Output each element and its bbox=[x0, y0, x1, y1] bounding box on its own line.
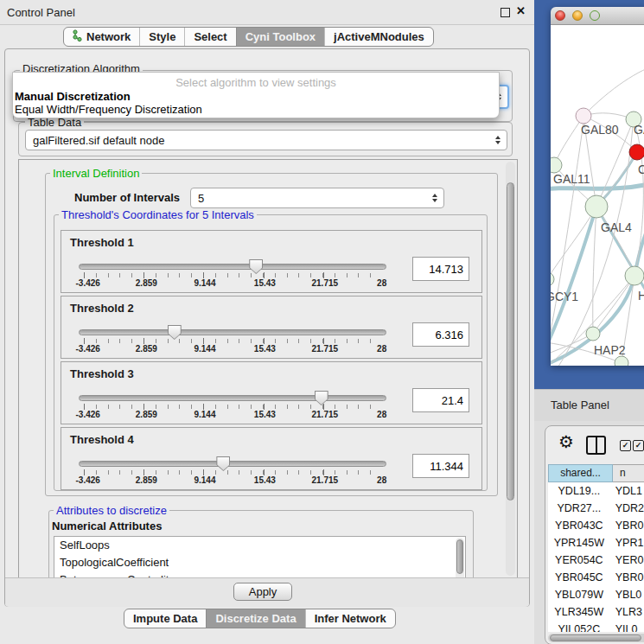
dropdown-placeholder-item[interactable]: Select algorithm to view settings bbox=[13, 76, 499, 89]
slider-tick-labels: -3.426 2.859 9.144 15.43 21.715 28 bbox=[79, 344, 386, 354]
tab-impute-data[interactable]: Impute Data bbox=[124, 609, 206, 628]
node-bottom[interactable] bbox=[615, 356, 628, 366]
tab-cyni-toolbox[interactable]: Cyni Toolbox bbox=[236, 28, 324, 46]
slider-tick-labels: -3.426 2.859 9.144 15.43 21.715 28 bbox=[79, 475, 386, 486]
table-horizontal-scrollbar[interactable] bbox=[548, 634, 644, 642]
table-row[interactable]: YDL19...YDL1 bbox=[548, 482, 644, 500]
zoom-traffic-light-icon[interactable] bbox=[590, 10, 600, 21]
algorithm-dropdown-popup: Select algorithm to view settings Manual… bbox=[12, 72, 500, 118]
slider-major-ticks bbox=[84, 272, 383, 278]
node-hap2[interactable] bbox=[586, 327, 600, 341]
threshold-2-value-field[interactable] bbox=[412, 322, 469, 347]
table-row[interactable]: YIL052CYIL0 bbox=[548, 621, 644, 632]
threshold-3-slider[interactable] bbox=[79, 395, 386, 401]
slider-major-ticks bbox=[84, 469, 383, 475]
label-gcy1: GCY1 bbox=[551, 290, 578, 303]
table-row[interactable]: YER054CYER0 bbox=[548, 552, 644, 569]
threshold-2-panel: Threshold 2 -3.426 2.859 9.144 15.43 21.… bbox=[61, 296, 482, 359]
gear-icon[interactable]: ⚙ bbox=[558, 433, 574, 450]
node-gal11[interactable] bbox=[551, 157, 562, 173]
settings-vertical-scrollbar[interactable] bbox=[506, 162, 515, 576]
node-selected-red[interactable] bbox=[629, 144, 644, 160]
threshold-4-value-field[interactable] bbox=[412, 454, 469, 478]
table-row[interactable]: YPR145WYPR1 bbox=[548, 534, 644, 552]
node-gal80[interactable] bbox=[576, 108, 591, 124]
network-window: GAL80 GA GAL11 C GAL4 GCY1 H HAP2 bbox=[551, 7, 644, 366]
tab-network[interactable]: Network bbox=[64, 28, 139, 46]
table-row[interactable]: YBR043CYBR0 bbox=[548, 517, 644, 534]
number-of-intervals-spinner[interactable]: 5 bbox=[190, 188, 444, 208]
apply-row: Apply bbox=[5, 577, 529, 607]
slider-major-ticks bbox=[84, 338, 383, 344]
threshold-3-value-field[interactable] bbox=[412, 388, 469, 412]
table-data-title: Table Data bbox=[25, 117, 84, 129]
table-data-combobox[interactable]: galFiltered.sif default node bbox=[25, 130, 507, 150]
tab-infer-network[interactable]: Infer Network bbox=[305, 609, 395, 628]
network-canvas[interactable]: GAL80 GA GAL11 C GAL4 GCY1 H HAP2 bbox=[551, 25, 644, 366]
number-of-intervals-value: 5 bbox=[198, 192, 204, 205]
threshold-1-value-field[interactable] bbox=[412, 257, 469, 281]
screen: Control Panel ✕ Network Style Select Cyn… bbox=[0, 0, 644, 644]
threshold-2-label: Threshold 2 bbox=[70, 302, 134, 315]
column-header-shared-name[interactable]: shared... bbox=[548, 464, 613, 482]
list-scrollbar-thumb[interactable] bbox=[456, 539, 463, 574]
table-row[interactable]: YBR045CYBR0 bbox=[548, 569, 644, 586]
cyni-toolbox-panel: Discretization Algorithm Select algorith… bbox=[4, 48, 530, 607]
node-gal4[interactable] bbox=[585, 195, 608, 218]
threshold-1-label: Threshold 1 bbox=[70, 236, 134, 249]
threshold-3-label: Threshold 3 bbox=[70, 367, 134, 380]
threshold-2-slider[interactable] bbox=[79, 329, 386, 335]
float-panel-icon[interactable] bbox=[501, 8, 510, 17]
table-panel-box: ⚙ ✓ ✓ shared... n YDL19...YDL1 YDR27...Y… bbox=[545, 425, 644, 644]
interval-definition-title: Interval Definition bbox=[50, 168, 142, 180]
tab-style[interactable]: Style bbox=[139, 28, 184, 46]
threshold-4-panel: Threshold 4 -3.426 2.859 9.144 15.43 21.… bbox=[61, 427, 482, 490]
checkbox-icon[interactable]: ✓ bbox=[633, 440, 644, 451]
numerical-attributes-list: SelfLoops TopologicalCoefficient Between… bbox=[54, 536, 466, 580]
slider-major-ticks bbox=[84, 404, 383, 410]
list-scrollbar[interactable] bbox=[456, 538, 464, 580]
label-partial-c: C bbox=[638, 163, 644, 176]
number-of-intervals-label: Number of Intervals bbox=[74, 191, 180, 204]
table-row[interactable]: YLR345WYLR3 bbox=[548, 603, 644, 621]
tab-select[interactable]: Select bbox=[184, 28, 235, 46]
settings-scroll-viewport: Interval Definition Number of Intervals … bbox=[18, 159, 518, 580]
slider-tick-labels: -3.426 2.859 9.144 15.43 21.715 28 bbox=[79, 278, 386, 289]
top-tab-strip: Network Style Select Cyni Toolbox jActiv… bbox=[63, 27, 434, 47]
network-node-labels: GAL80 GA GAL11 C GAL4 GCY1 H HAP2 bbox=[551, 123, 644, 357]
network-window-titlebar[interactable] bbox=[551, 7, 644, 25]
dropdown-option-manual-discretization[interactable]: Manual Discretization bbox=[15, 90, 131, 103]
close-traffic-light-icon[interactable] bbox=[555, 10, 565, 21]
close-icon[interactable]: ✕ bbox=[516, 4, 526, 17]
scrollbar-thumb[interactable] bbox=[507, 182, 514, 501]
node-gcy1[interactable] bbox=[551, 272, 554, 286]
column-header-name[interactable]: n bbox=[613, 464, 644, 482]
scrollbar-thumb[interactable] bbox=[550, 634, 641, 641]
list-item[interactable]: TopologicalCoefficient bbox=[54, 554, 465, 571]
node-right-mid[interactable] bbox=[625, 266, 644, 285]
label-gal11: GAL11 bbox=[553, 172, 590, 186]
network-icon bbox=[73, 29, 82, 44]
thresholds-group-title: Threshold's Coordinates for 5 Intervals bbox=[59, 209, 257, 221]
threshold-4-label: Threshold 4 bbox=[70, 433, 134, 446]
table-body: YDL19...YDL1 YDR27...YDR2 YBR043CYBR0 YP… bbox=[548, 482, 644, 632]
split-columns-icon[interactable] bbox=[586, 436, 606, 455]
list-item[interactable]: SelfLoops bbox=[54, 537, 465, 554]
checkbox-icon[interactable]: ✓ bbox=[620, 440, 631, 451]
apply-button[interactable]: Apply bbox=[233, 583, 292, 601]
threshold-4-slider[interactable] bbox=[79, 461, 386, 467]
tab-jactivemnodules[interactable]: jActiveMNodules bbox=[324, 28, 433, 46]
control-panel-titlebar: Control Panel ✕ bbox=[0, 0, 534, 25]
label-partial-h: H bbox=[638, 289, 644, 303]
tab-discretize-data[interactable]: Discretize Data bbox=[206, 609, 304, 628]
table-panel-title: Table Panel bbox=[551, 399, 609, 411]
table-row[interactable]: YDR27...YDR2 bbox=[548, 500, 644, 517]
dropdown-option-equal-width[interactable]: Equal Width/Frequency Discretization bbox=[15, 103, 202, 116]
numerical-attributes-label: Numerical Attributes bbox=[52, 520, 162, 532]
table-panel-titlebar: Table Panel bbox=[534, 389, 644, 422]
minimize-traffic-light-icon[interactable] bbox=[572, 10, 583, 21]
label-partial-ga: GA bbox=[634, 123, 644, 137]
table-row[interactable]: YBL079WYBL0 bbox=[548, 586, 644, 603]
threshold-1-slider[interactable] bbox=[79, 264, 386, 270]
tab-network-label: Network bbox=[86, 30, 131, 43]
